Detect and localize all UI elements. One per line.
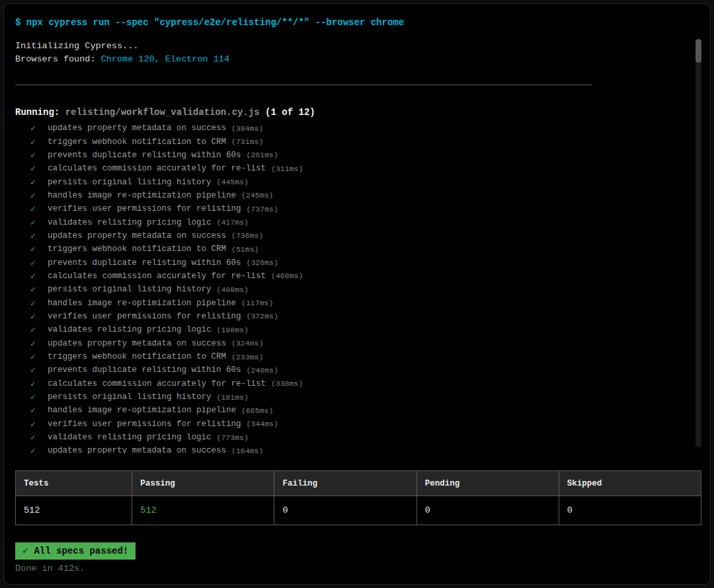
test-duration: (344ms) [247, 420, 278, 428]
summary-value-cell: 0 [274, 496, 416, 525]
check-icon: ✓ [30, 351, 36, 362]
test-duration: (468ms) [271, 272, 303, 280]
check-icon: ✓ [30, 177, 36, 188]
test-row: ✓ updates property metadata on success (… [15, 444, 684, 454]
test-row: ✓ handles image re-optimization pipeline… [15, 404, 684, 417]
summary-header-cell: Failing [274, 471, 416, 496]
check-icon: ✓ [30, 258, 36, 268]
summary-value-cell: 512 [16, 496, 132, 525]
test-duration: (384ms) [231, 124, 263, 133]
check-icon: ✓ [30, 137, 36, 147]
all-specs-passed-badge: ✓All specs passed! [15, 542, 136, 560]
test-name: validates relisting pricing logic [48, 433, 212, 442]
test-name: handles image re-optimization pipeline [48, 299, 236, 308]
test-duration: (338ms) [271, 379, 303, 388]
test-name: triggers webhook notification to CRM [48, 137, 226, 147]
test-duration: (445ms) [217, 178, 249, 186]
check-icon: ✓ [30, 365, 36, 375]
test-name: prevents duplicate relisting within 60s [48, 365, 241, 375]
check-icon: ✓ [30, 324, 36, 335]
summary-header-cell: Pending [416, 471, 559, 496]
test-name: prevents duplicate relisting within 60s [48, 151, 241, 160]
check-icon: ✓ [30, 190, 36, 201]
test-row: ✓ triggers webhook notification to CRM (… [15, 135, 684, 148]
test-row: ✓ updates property metadata on success (… [15, 122, 684, 135]
test-name: persists original listing history [48, 178, 212, 187]
test-duration: (201ms) [247, 151, 278, 159]
check-icon: ✓ [30, 163, 36, 174]
test-duration: (731ms) [231, 137, 263, 146]
test-name: validates relisting pricing logic [48, 218, 212, 227]
test-name: handles image re-optimization pipeline [48, 191, 236, 200]
test-duration: (326ms) [247, 258, 278, 267]
test-duration: (773ms) [217, 433, 249, 442]
test-row: ✓ prevents duplicate relisting within 60… [15, 363, 684, 377]
test-row: ✓ triggers webhook notification to CRM (… [15, 350, 684, 363]
check-icon: ✓ [30, 284, 36, 295]
test-row: ✓ calculates commission accurately for r… [15, 270, 684, 283]
test-name: prevents duplicate relisting within 60s [48, 258, 241, 268]
check-icon: ✓ [30, 379, 36, 389]
test-row: ✓ updates property metadata on success (… [15, 337, 684, 350]
check-icon: ✓ [22, 546, 28, 556]
check-icon: ✓ [30, 244, 36, 254]
test-row: ✓ prevents duplicate relisting within 60… [15, 149, 684, 162]
test-name: persists original listing history [48, 285, 212, 294]
check-icon: ✓ [30, 231, 36, 241]
check-icon: ✓ [30, 271, 36, 281]
browsers-found-line: Browsers found: Chrome 120, Electron 114 [15, 54, 229, 64]
check-icon: ✓ [30, 432, 36, 443]
check-icon: ✓ [30, 405, 36, 416]
test-duration: (245ms) [241, 191, 273, 200]
test-row: ✓ verifies user permissions for relistin… [15, 418, 684, 431]
check-icon: ✓ [30, 123, 36, 133]
summary-header-cell: Passing [132, 471, 274, 496]
test-row: ✓ updates property metadata on success (… [15, 229, 684, 242]
test-duration: (240ms) [247, 366, 278, 375]
test-row: ✓ validates relisting pricing logic (417… [15, 215, 684, 229]
test-duration: (198ms) [217, 326, 249, 334]
summary-value-cell: 512 [132, 496, 274, 525]
test-duration: (736ms) [231, 231, 263, 240]
test-result-list: ✓ updates property metadata on success (… [15, 122, 684, 454]
test-row: ✓ persists original listing history (181… [15, 390, 684, 404]
scrollbar-track[interactable] [695, 39, 701, 447]
test-duration: (117ms) [241, 299, 273, 307]
test-name: verifies user permissions for relisting [48, 420, 241, 429]
summary-value-cell: 0 [559, 496, 701, 525]
test-row: ✓ triggers webhook notification to CRM (… [15, 242, 684, 256]
browsers-found-label: Browsers found: [15, 54, 101, 64]
test-row: ✓ persists original listing history (408… [15, 283, 684, 296]
test-duration: (311ms) [271, 165, 303, 173]
test-row: ✓ calculates commission accurately for r… [15, 162, 684, 175]
test-row: ✓ persists original listing history (445… [15, 175, 684, 188]
summary-value-cell: 0 [416, 496, 559, 525]
test-row: ✓ calculates commission accurately for r… [15, 377, 684, 390]
test-duration: (51ms) [231, 245, 258, 254]
running-line: Running: relisting/workflow_validation.c… [15, 107, 315, 118]
init-status-line: Initializing Cypress... [15, 41, 138, 51]
test-row: ✓ handles image re-optimization pipeline… [15, 296, 684, 309]
test-name: calculates commission accurately for re-… [48, 164, 266, 173]
summary-table: TestsPassingFailingPendingSkipped 512512… [15, 470, 701, 525]
check-icon: ✓ [30, 392, 36, 402]
scrollbar-thumb[interactable] [695, 39, 701, 63]
test-name: updates property metadata on success [48, 339, 226, 348]
summary-header-cell: Skipped [559, 471, 701, 496]
test-name: verifies user permissions for relisting [48, 204, 241, 213]
divider [15, 85, 592, 85]
test-row: ✓ validates relisting pricing logic (198… [15, 323, 684, 336]
check-icon: ✓ [30, 445, 36, 454]
summary-header-cell: Tests [16, 471, 132, 496]
test-duration: (417ms) [217, 218, 249, 227]
test-name: updates property metadata on success [48, 231, 226, 240]
test-row: ✓ validates relisting pricing logic (773… [15, 431, 684, 444]
check-icon: ✓ [30, 311, 36, 322]
test-name: verifies user permissions for relisting [48, 312, 241, 321]
test-name: validates relisting pricing logic [48, 325, 212, 334]
test-name: updates property metadata on success [48, 124, 226, 133]
running-spec-path: relisting/workflow_validation.cy.js [65, 107, 260, 118]
test-name: calculates commission accurately for re-… [48, 379, 266, 388]
test-row: ✓ handles image re-optimization pipeline… [15, 189, 684, 202]
test-duration: (324ms) [231, 339, 263, 348]
